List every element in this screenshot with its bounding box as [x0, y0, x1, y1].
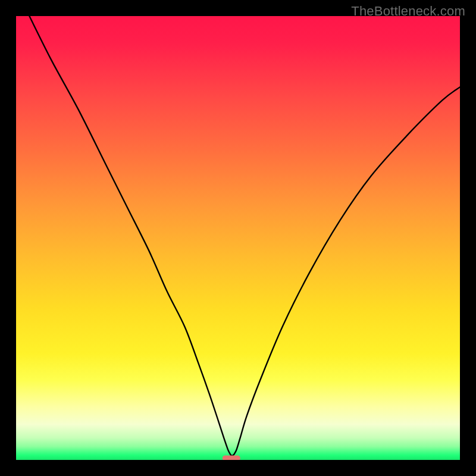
min-marker	[223, 456, 240, 460]
watermark-text: TheBottleneck.com	[351, 4, 465, 19]
chart-frame: TheBottleneck.com	[0, 0, 476, 476]
plot-area	[16, 16, 460, 460]
curve-layer	[16, 16, 460, 460]
bottleneck-curve	[29, 16, 460, 456]
